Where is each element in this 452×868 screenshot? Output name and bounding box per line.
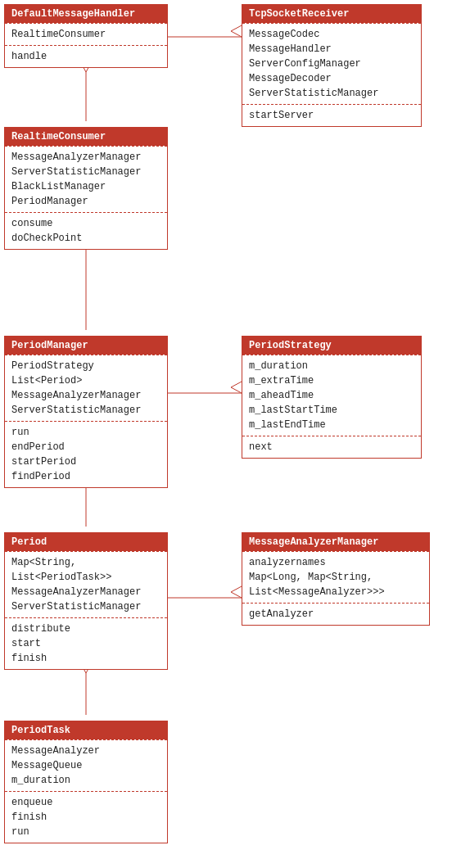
attr-item: ServerConfigManager [249,57,414,71]
attr-item: PeriodManager [11,194,160,209]
class-period: Period Map<String, List<PeriodTask>> Mes… [4,532,168,670]
method-item: finish [11,810,160,825]
method-item: finish [11,651,160,666]
class-attrs-messageanalyzermanager: analyzernames Map<Long, Map<String, List… [242,551,429,603]
class-attrs-periodtask: MessageAnalyzer MessageQueue m_duration [5,739,167,791]
attr-item: m_duration [249,359,414,373]
class-realtimeconsumer: RealtimeConsumer MessageAnalyzerManager … [4,127,168,250]
class-title-periodtask: PeriodTask [5,721,167,739]
class-periodtask: PeriodTask MessageAnalyzer MessageQueue … [4,721,168,843]
method-item: next [249,440,414,454]
method-item: consume [11,216,160,231]
method-item: startServer [249,108,414,123]
attr-item: m_extraTime [249,373,414,388]
class-methods-periodtask: enqueue finish run [5,791,167,843]
attr-item: List<Period> [11,373,160,388]
class-tcpsocketreceiver: TcpSocketReceiver MessageCodec MessageHa… [242,4,422,127]
class-title-messageanalyzermanager: MessageAnalyzerManager [242,533,429,551]
class-methods-period: distribute start finish [5,617,167,669]
method-item: distribute [11,622,160,636]
class-methods-periodstrategy: next [242,436,421,458]
class-defaultmessagehandler: DefaultMessageHandler RealtimeConsumer h… [4,4,168,68]
attr-item: ServerStatisticManager [249,86,414,101]
class-attrs-realtimeconsumer: MessageAnalyzerManager ServerStatisticMa… [5,146,167,212]
class-methods-defaultmessagehandler: handle [5,45,167,67]
class-title-periodstrategy: PeriodStrategy [242,337,421,355]
class-attrs-periodmanager: PeriodStrategy List<Period> MessageAnaly… [5,355,167,421]
attr-item: analyzernames [249,555,423,570]
class-title-period: Period [5,533,167,551]
attr-item: List<MessageAnalyzer>>> [249,585,423,599]
attr-item: ServerStatisticManager [11,599,160,614]
method-item: endPeriod [11,440,160,454]
attr-item: List<PeriodTask>> [11,570,160,585]
attr-item: MessageHandler [249,42,414,57]
attr-item: MessageAnalyzerManager [11,388,160,403]
method-item: enqueue [11,795,160,810]
attr-item: m_duration [11,773,160,788]
method-item: getAnalyzer [249,607,423,622]
class-methods-tcpsocketreceiver: startServer [242,104,421,126]
method-item: startPeriod [11,454,160,469]
class-methods-periodmanager: run endPeriod startPeriod findPeriod [5,421,167,487]
attr-item: MessageQueue [11,758,160,773]
attr-item: BlackListManager [11,179,160,194]
attr-item: m_lastStartTime [249,403,414,418]
class-attrs-periodstrategy: m_duration m_extraTime m_aheadTime m_las… [242,355,421,436]
method-item: doCheckPoint [11,231,160,246]
attr-item: Map<Long, Map<String, [249,570,423,585]
attr-item: MessageDecoder [249,71,414,86]
class-title-realtimeconsumer: RealtimeConsumer [5,128,167,146]
class-attrs-tcpsocketreceiver: MessageCodec MessageHandler ServerConfig… [242,23,421,104]
attr-item: m_lastEndTime [249,418,414,432]
method-item: handle [11,49,160,64]
attr-item: PeriodStrategy [11,359,160,373]
method-item: run [11,425,160,440]
attr-item: MessageAnalyzerManager [11,150,160,165]
attr-item: ServerStatisticManager [11,403,160,418]
class-title-defaultmessagehandler: DefaultMessageHandler [5,5,167,23]
method-item: start [11,636,160,651]
class-periodstrategy: PeriodStrategy m_duration m_extraTime m_… [242,336,422,459]
class-attrs-defaultmessagehandler: RealtimeConsumer [5,23,167,45]
class-messageanalyzermanager: MessageAnalyzerManager analyzernames Map… [242,532,430,626]
class-methods-realtimeconsumer: consume doCheckPoint [5,212,167,249]
class-periodmanager: PeriodManager PeriodStrategy List<Period… [4,336,168,488]
attr-item: MessageAnalyzer [11,744,160,758]
method-item: findPeriod [11,469,160,484]
attr-item: MessageCodec [249,27,414,42]
attr-item: ServerStatisticManager [11,165,160,179]
class-title-periodmanager: PeriodManager [5,337,167,355]
class-attrs-period: Map<String, List<PeriodTask>> MessageAna… [5,551,167,617]
attr-item: RealtimeConsumer [11,27,160,42]
class-title-tcpsocketreceiver: TcpSocketReceiver [242,5,421,23]
class-methods-messageanalyzermanager: getAnalyzer [242,603,429,625]
method-item: run [11,825,160,839]
attr-item: MessageAnalyzerManager [11,585,160,599]
attr-item: m_aheadTime [249,388,414,403]
attr-item: Map<String, [11,555,160,570]
